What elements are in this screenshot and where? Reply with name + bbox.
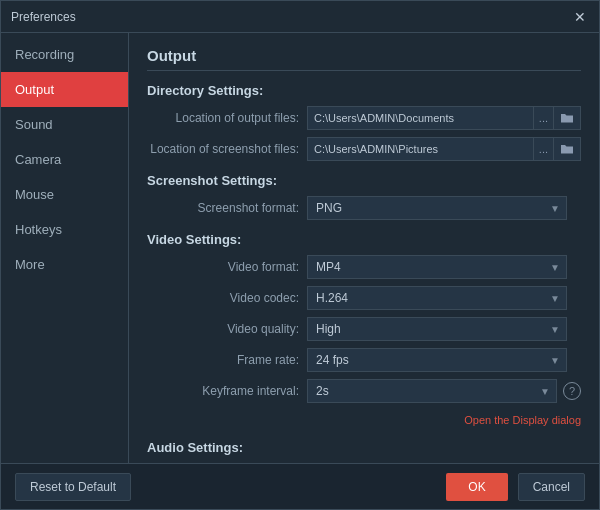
section-title: Output bbox=[147, 47, 581, 71]
framerate-row: Frame rate: 24 fps 30 fps 60 fps ▼ bbox=[147, 348, 581, 372]
output-files-row: Location of output files: ... bbox=[147, 106, 581, 130]
keyframe-select[interactable]: 2s 5s 10s bbox=[307, 379, 557, 403]
preferences-window: Preferences ✕ Recording Output Sound Cam… bbox=[0, 0, 600, 510]
framerate-select-wrapper: 24 fps 30 fps 60 fps ▼ bbox=[307, 348, 567, 372]
screenshot-files-input-group: ... bbox=[307, 137, 581, 161]
video-format-row: Video format: MP4 AVI MOV ▼ bbox=[147, 255, 581, 279]
titlebar: Preferences ✕ bbox=[1, 1, 599, 33]
folder-icon bbox=[560, 112, 574, 124]
screenshot-format-select[interactable]: PNG JPG BMP bbox=[307, 196, 567, 220]
output-files-label: Location of output files: bbox=[147, 111, 307, 125]
ok-button[interactable]: OK bbox=[446, 473, 507, 501]
framerate-select[interactable]: 24 fps 30 fps 60 fps bbox=[307, 348, 567, 372]
sidebar-item-recording[interactable]: Recording bbox=[1, 37, 128, 72]
video-quality-select[interactable]: High Medium Low bbox=[307, 317, 567, 341]
help-icon[interactable]: ? bbox=[563, 382, 581, 400]
reset-button[interactable]: Reset to Default bbox=[15, 473, 131, 501]
sidebar-item-mouse[interactable]: Mouse bbox=[1, 177, 128, 212]
screenshot-settings-title: Screenshot Settings: bbox=[147, 173, 581, 188]
content-area: Output Directory Settings: Location of o… bbox=[129, 33, 599, 463]
screenshot-format-select-wrapper: PNG JPG BMP ▼ bbox=[307, 196, 567, 220]
video-codec-select-wrapper: H.264 H.265 VP8 ▼ bbox=[307, 286, 567, 310]
keyframe-label: Keyframe interval: bbox=[147, 384, 307, 398]
titlebar-title: Preferences bbox=[11, 10, 76, 24]
main-content: Recording Output Sound Camera Mouse Hotk… bbox=[1, 33, 599, 463]
directory-settings-title: Directory Settings: bbox=[147, 83, 581, 98]
screenshot-dots-button[interactable]: ... bbox=[534, 137, 554, 161]
screenshot-format-row: Screenshot format: PNG JPG BMP ▼ bbox=[147, 196, 581, 220]
output-files-input-group: ... bbox=[307, 106, 581, 130]
framerate-label: Frame rate: bbox=[147, 353, 307, 367]
video-codec-label: Video codec: bbox=[147, 291, 307, 305]
sidebar-item-sound[interactable]: Sound bbox=[1, 107, 128, 142]
sidebar-item-output[interactable]: Output bbox=[1, 72, 128, 107]
sidebar-item-camera[interactable]: Camera bbox=[1, 142, 128, 177]
sidebar-item-more[interactable]: More bbox=[1, 247, 128, 282]
screenshot-files-row: Location of screenshot files: ... bbox=[147, 137, 581, 161]
keyframe-select-wrapper: 2s 5s 10s ▼ bbox=[307, 379, 557, 403]
output-dots-button[interactable]: ... bbox=[534, 106, 554, 130]
video-codec-row: Video codec: H.264 H.265 VP8 ▼ bbox=[147, 286, 581, 310]
folder-icon bbox=[560, 143, 574, 155]
screenshot-files-input[interactable] bbox=[307, 137, 534, 161]
screenshot-folder-button[interactable] bbox=[554, 137, 581, 161]
footer-actions: OK Cancel bbox=[446, 473, 585, 501]
screenshot-files-label: Location of screenshot files: bbox=[147, 142, 307, 156]
cancel-button[interactable]: Cancel bbox=[518, 473, 585, 501]
video-format-select-wrapper: MP4 AVI MOV ▼ bbox=[307, 255, 567, 279]
video-format-select[interactable]: MP4 AVI MOV bbox=[307, 255, 567, 279]
sidebar-item-hotkeys[interactable]: Hotkeys bbox=[1, 212, 128, 247]
close-button[interactable]: ✕ bbox=[571, 8, 589, 26]
video-settings-title: Video Settings: bbox=[147, 232, 581, 247]
video-quality-select-wrapper: High Medium Low ▼ bbox=[307, 317, 567, 341]
output-folder-button[interactable] bbox=[554, 106, 581, 130]
video-format-label: Video format: bbox=[147, 260, 307, 274]
screenshot-format-label: Screenshot format: bbox=[147, 201, 307, 215]
keyframe-row: Keyframe interval: 2s 5s 10s ▼ ? bbox=[147, 379, 581, 403]
output-files-input[interactable] bbox=[307, 106, 534, 130]
video-codec-select[interactable]: H.264 H.265 VP8 bbox=[307, 286, 567, 310]
video-quality-label: Video quality: bbox=[147, 322, 307, 336]
video-quality-row: Video quality: High Medium Low ▼ bbox=[147, 317, 581, 341]
sidebar: Recording Output Sound Camera Mouse Hotk… bbox=[1, 33, 129, 463]
footer: Reset to Default OK Cancel bbox=[1, 463, 599, 509]
audio-settings-title: Audio Settings: bbox=[147, 440, 581, 455]
display-dialog-link[interactable]: Open the Display dialog bbox=[464, 414, 581, 426]
